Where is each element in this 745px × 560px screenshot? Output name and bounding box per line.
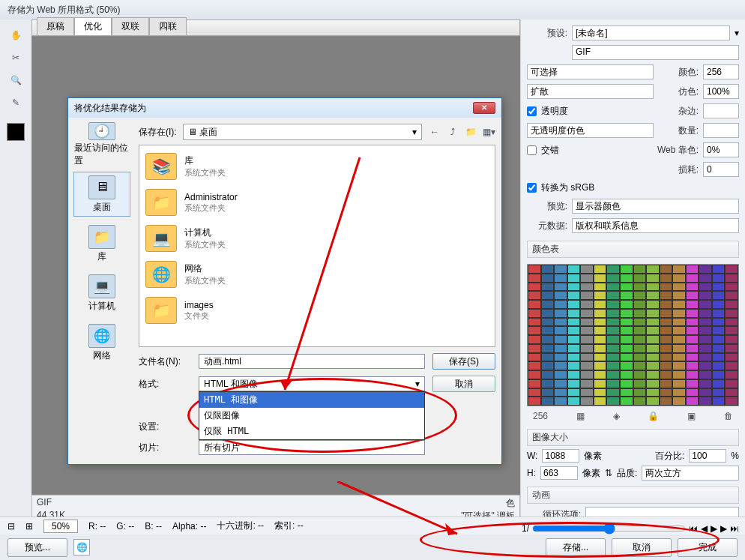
file-list[interactable]: 📚库系统文件夹📁Administrator系统文件夹💻计算机系统文件夹🌐网络系统… bbox=[139, 145, 495, 347]
preset-menu-icon[interactable]: ▾ bbox=[735, 28, 739, 38]
dialog-buttons: 预览... 🌐 存储... 取消 完成 bbox=[0, 536, 745, 559]
anim-header: 动画 bbox=[527, 487, 739, 504]
tab-4up[interactable]: 四联 bbox=[149, 17, 187, 35]
preset-select[interactable]: [未命名] bbox=[572, 25, 730, 40]
preview-prof-select[interactable]: 显示器颜色 bbox=[572, 199, 739, 214]
hex-readout: 十六进制: -- bbox=[217, 520, 264, 532]
format-select[interactable]: GIF bbox=[572, 45, 739, 60]
viewmode-icon[interactable]: ▦▾ bbox=[482, 127, 495, 137]
savein-combo[interactable]: 🖥 桌面▾ bbox=[183, 124, 422, 140]
ct-icon[interactable]: ▦ bbox=[576, 411, 585, 421]
link-icon[interactable]: ⇅ bbox=[605, 468, 612, 478]
file-item[interactable]: 📁images文件夹 bbox=[142, 292, 492, 328]
ct-delete-icon[interactable]: 🗑 bbox=[724, 411, 733, 421]
filename-input[interactable] bbox=[199, 354, 425, 369]
file-item[interactable]: 💻计算机系统文件夹 bbox=[142, 220, 492, 256]
up-icon[interactable]: ⤴ bbox=[446, 127, 459, 137]
slice-tool-icon[interactable]: ✂ bbox=[7, 49, 24, 66]
zoom-tool-icon[interactable]: 🔍 bbox=[7, 72, 24, 88]
places-item[interactable]: 📁库 bbox=[73, 221, 130, 266]
modal-cancel-button[interactable]: 取消 bbox=[432, 376, 495, 392]
r-readout: R: -- bbox=[88, 521, 106, 532]
view-tabs: 原稿 优化 双联 四联 bbox=[31, 19, 520, 36]
modal-save-button[interactable]: 保存(S) bbox=[432, 353, 495, 370]
ct-shift-icon[interactable]: ◈ bbox=[613, 411, 620, 421]
file-item[interactable]: 🌐网络系统文件夹 bbox=[142, 256, 492, 292]
colortable-count: 256 bbox=[533, 411, 548, 421]
first-frame-icon[interactable]: ⏮ bbox=[689, 523, 698, 534]
format-dropdown[interactable]: HTML 和图像▾ HTML 和图像仅限图像仅限 HTML bbox=[199, 376, 425, 391]
height-input[interactable] bbox=[540, 466, 578, 480]
slices-select[interactable]: 所有切片 bbox=[199, 440, 425, 455]
back-icon[interactable]: ← bbox=[428, 127, 441, 137]
next-frame-icon[interactable]: ▶ bbox=[720, 523, 727, 534]
format-option[interactable]: HTML 和图像 bbox=[199, 392, 424, 408]
places-sidebar: 🕘最近访问的位置🖥桌面📁库💻计算机🌐网络 bbox=[68, 118, 136, 464]
percent-input[interactable] bbox=[689, 449, 726, 463]
file-item[interactable]: 📁Administrator系统文件夹 bbox=[142, 184, 492, 220]
tab-2up[interactable]: 双联 bbox=[112, 17, 149, 35]
modal-title-text: 将优化结果存储为 bbox=[74, 102, 146, 115]
minus-icon[interactable]: ⊟ bbox=[7, 521, 15, 532]
colors-input[interactable] bbox=[703, 64, 739, 79]
zoom-select[interactable]: 50% bbox=[43, 520, 78, 533]
width-input[interactable] bbox=[542, 449, 579, 463]
format-dropdown-list[interactable]: HTML 和图像仅限图像仅限 HTML bbox=[199, 391, 425, 440]
plus-icon[interactable]: ⊞ bbox=[25, 521, 33, 532]
eyedropper-tool-icon[interactable]: ✎ bbox=[7, 94, 24, 111]
b-readout: B: -- bbox=[145, 521, 162, 532]
ct-new-icon[interactable]: ▣ bbox=[687, 411, 696, 421]
browser-icon[interactable]: 🌐 bbox=[73, 539, 90, 556]
last-frame-icon[interactable]: ⏭ bbox=[730, 523, 739, 534]
dither-amount-input[interactable] bbox=[703, 84, 739, 99]
metadata-select[interactable]: 版权和联系信息 bbox=[572, 218, 739, 233]
slices-label: 切片: bbox=[139, 442, 191, 454]
websnap-input[interactable] bbox=[703, 142, 739, 157]
filename-label: 文件名(N): bbox=[139, 355, 191, 368]
save-button[interactable]: 存储... bbox=[546, 538, 606, 557]
newfolder-icon[interactable]: 📁 bbox=[464, 127, 477, 137]
metadata-label: 元数据: bbox=[527, 220, 567, 232]
transparency-checkbox[interactable] bbox=[527, 106, 537, 116]
places-item[interactable]: 💻计算机 bbox=[73, 271, 130, 316]
dither-select[interactable]: 扩散 bbox=[527, 84, 654, 99]
places-item[interactable]: 🕘最近访问的位置 bbox=[73, 122, 130, 167]
preview-prof-label: 预览: bbox=[527, 200, 567, 213]
tab-optimized[interactable]: 优化 bbox=[74, 17, 112, 35]
places-item[interactable]: 🌐网络 bbox=[73, 320, 130, 365]
colortable-header: 颜色表 bbox=[527, 241, 739, 258]
alpha-readout: Alpha: -- bbox=[172, 521, 206, 532]
hand-tool-icon[interactable]: ✋ bbox=[7, 27, 24, 43]
trans-amount-input[interactable] bbox=[703, 123, 739, 138]
trans-dither-select[interactable]: 无透明度仿色 bbox=[527, 123, 654, 138]
matte-input[interactable] bbox=[703, 103, 739, 118]
left-toolbar: ✋ ✂ 🔍 ✎ bbox=[0, 19, 31, 529]
frame-slider[interactable] bbox=[532, 523, 686, 535]
trans-amount-label: 数量: bbox=[658, 124, 699, 137]
index-readout: 索引: -- bbox=[274, 520, 304, 532]
cancel-button[interactable]: 取消 bbox=[612, 538, 672, 557]
reduction-select[interactable]: 可选择 bbox=[527, 64, 654, 79]
format-option[interactable]: 仅限 HTML bbox=[199, 424, 424, 439]
places-item[interactable]: 🖥桌面 bbox=[73, 172, 130, 217]
tab-original[interactable]: 原稿 bbox=[37, 17, 74, 35]
ct-lock-icon[interactable]: 🔒 bbox=[648, 411, 659, 421]
format-label: 格式: bbox=[139, 378, 191, 391]
srgb-checkbox[interactable] bbox=[527, 183, 537, 193]
close-icon[interactable]: ✕ bbox=[473, 102, 495, 114]
done-button[interactable]: 完成 bbox=[678, 538, 738, 557]
color-table[interactable] bbox=[527, 264, 739, 406]
foreground-color-swatch[interactable] bbox=[7, 123, 25, 141]
lossy-input[interactable] bbox=[703, 162, 739, 177]
play-icon[interactable]: ▶ bbox=[711, 523, 717, 534]
imagesize-header: 图像大小 bbox=[527, 429, 739, 446]
prev-frame-icon[interactable]: ◀ bbox=[701, 523, 708, 534]
file-item[interactable]: 📚库系统文件夹 bbox=[142, 148, 492, 184]
interlaced-checkbox[interactable] bbox=[527, 145, 537, 155]
g-readout: G: -- bbox=[116, 521, 134, 532]
h-label: H: bbox=[527, 468, 536, 478]
quality-select[interactable]: 两次立方 bbox=[642, 466, 739, 481]
preview-button[interactable]: 预览... bbox=[7, 538, 67, 557]
format-option[interactable]: 仅限图像 bbox=[199, 408, 424, 424]
dither-amount-label: 仿色: bbox=[658, 85, 699, 98]
